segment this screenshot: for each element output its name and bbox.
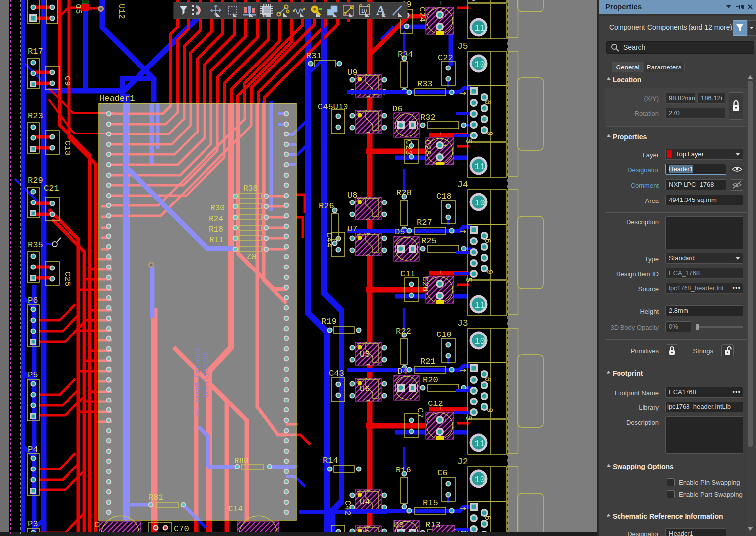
svg-text:R31: R31 xyxy=(306,51,322,61)
svg-text:J3: J3 xyxy=(457,318,468,328)
svg-text:R21: R21 xyxy=(420,357,436,366)
svg-text:D6: D6 xyxy=(392,104,402,114)
svg-text:R13: R13 xyxy=(425,520,441,530)
svg-text:R23: R23 xyxy=(28,111,43,121)
svg-text:C28: C28 xyxy=(423,140,432,155)
svg-text:D3: D3 xyxy=(394,520,404,530)
svg-text:R17: R17 xyxy=(28,47,43,56)
svg-text:C20: C20 xyxy=(420,276,430,292)
svg-text:R15: R15 xyxy=(423,498,438,508)
svg-text:R20: R20 xyxy=(423,375,438,385)
svg-text:R27: R27 xyxy=(417,218,432,227)
svg-text:P6: P6 xyxy=(28,296,38,305)
svg-text:U5: U5 xyxy=(360,350,370,359)
svg-text:C18: C18 xyxy=(436,192,452,201)
svg-text:C21: C21 xyxy=(44,184,59,193)
svg-text:R25: R25 xyxy=(421,236,437,246)
svg-text:R18: R18 xyxy=(209,225,223,234)
svg-text:R22: R22 xyxy=(396,327,411,336)
svg-text:R19: R19 xyxy=(321,317,337,326)
svg-text:R29: R29 xyxy=(28,176,43,185)
svg-text:C6: C6 xyxy=(437,469,447,478)
svg-text:P3: P3 xyxy=(28,519,38,529)
svg-text:U7: U7 xyxy=(347,224,357,234)
svg-text:J4: J4 xyxy=(457,180,468,190)
svg-text:091242/7966: 091242/7966 xyxy=(203,351,210,397)
svg-text:R14: R14 xyxy=(323,456,338,465)
svg-text:D5: D5 xyxy=(395,227,405,237)
svg-text:R34: R34 xyxy=(398,50,413,59)
svg-text:C23: C23 xyxy=(404,140,413,155)
svg-text:C10: C10 xyxy=(436,330,452,339)
svg-text:C45U10: C45U10 xyxy=(318,102,348,112)
svg-text:R38: R38 xyxy=(243,184,258,193)
svg-text:R30: R30 xyxy=(210,204,225,213)
svg-text:C9: C9 xyxy=(63,76,72,86)
svg-text:J2: J2 xyxy=(457,457,468,467)
svg-text:Control Board Jv: Control Board Jv xyxy=(194,349,202,415)
svg-text:U9: U9 xyxy=(347,68,357,77)
svg-text:R2: R2 xyxy=(247,251,256,260)
svg-text:R81: R81 xyxy=(149,493,163,502)
svg-text:C44: C44 xyxy=(324,232,334,248)
svg-text:R32: R32 xyxy=(420,113,436,122)
svg-text:U8: U8 xyxy=(347,191,357,200)
svg-text:U12: U12 xyxy=(117,4,126,19)
svg-text:C11: C11 xyxy=(400,269,415,279)
svg-text:D4: D4 xyxy=(397,367,407,376)
svg-text:R28: R28 xyxy=(396,188,412,198)
svg-text:R26: R26 xyxy=(319,201,334,211)
svg-text:C14: C14 xyxy=(228,505,243,514)
svg-text:C25: C25 xyxy=(63,271,72,287)
svg-text:R11: R11 xyxy=(209,236,224,245)
svg-text:C12: C12 xyxy=(428,399,443,408)
svg-text:R33: R33 xyxy=(417,79,433,89)
svg-text:10: 10 xyxy=(361,8,367,14)
svg-text:U6: U6 xyxy=(360,384,370,394)
svg-text:U4: U4 xyxy=(360,497,370,507)
svg-text:P4: P4 xyxy=(28,445,38,454)
svg-text:J5: J5 xyxy=(457,41,468,51)
svg-text:C24: C24 xyxy=(417,7,427,22)
svg-text:R24: R24 xyxy=(209,215,223,224)
svg-text:R16: R16 xyxy=(396,466,411,475)
svg-text:C43: C43 xyxy=(329,369,344,378)
svg-text:R35: R35 xyxy=(28,240,43,250)
svg-text:C22: C22 xyxy=(438,53,453,63)
svg-text:C13: C13 xyxy=(63,140,72,156)
svg-text:C7: C7 xyxy=(415,408,425,418)
svg-text:P5: P5 xyxy=(28,370,38,380)
svg-text:Header1: Header1 xyxy=(99,94,135,103)
svg-text:C42: C42 xyxy=(343,500,352,516)
